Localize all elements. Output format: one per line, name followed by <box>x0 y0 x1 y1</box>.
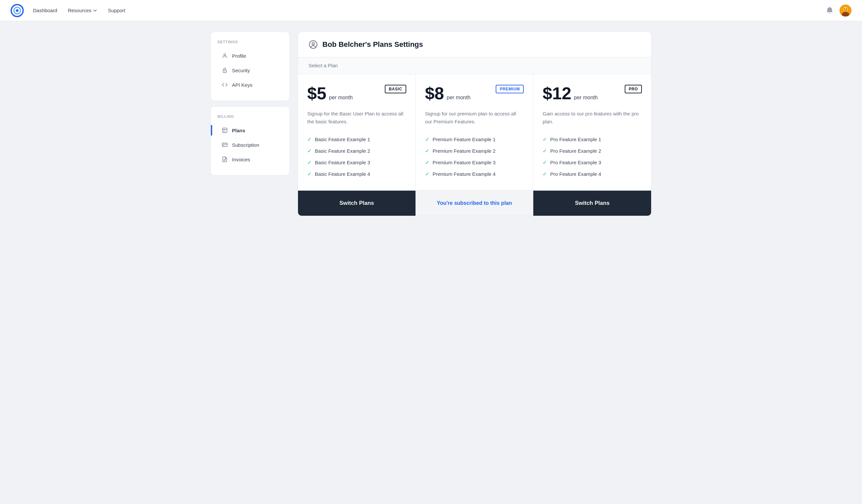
plan-action-premium[interactable]: You're subscribed to this plan <box>416 191 534 216</box>
plan-features-list: ✓ Basic Feature Example 1 ✓ Basic Featur… <box>307 134 406 180</box>
plan-description: Signup for the Basic User Plan to access… <box>307 110 406 126</box>
svg-rect-11 <box>222 128 227 133</box>
svg-point-10 <box>224 71 225 71</box>
plan-badge: BASIC <box>385 85 406 93</box>
navbar: Dashboard Resources Support <box>0 0 862 21</box>
check-icon: ✓ <box>425 148 429 154</box>
user-icon <box>221 52 228 59</box>
plan-feature-item: ✓ Premium Feature Example 1 <box>425 134 524 145</box>
check-icon: ✓ <box>307 148 312 154</box>
plan-period: per month <box>447 95 471 101</box>
app-logo[interactable] <box>11 4 24 17</box>
billing-section-title: BILLING <box>218 115 283 118</box>
plan-feature-item: ✓ Premium Feature Example 4 <box>425 168 524 180</box>
check-icon: ✓ <box>543 171 547 177</box>
plans-actions: Switch PlansYou're subscribed to this pl… <box>298 190 651 216</box>
navbar-links: Dashboard Resources Support <box>33 8 825 13</box>
sidebar-item-subscription[interactable]: Subscription <box>218 138 283 151</box>
user-avatar[interactable] <box>839 5 851 16</box>
plan-features-list: ✓ Pro Feature Example 1 ✓ Pro Feature Ex… <box>543 134 642 180</box>
plan-feature-item: ✓ Premium Feature Example 3 <box>425 157 524 168</box>
plan-feature-item: ✓ Pro Feature Example 1 <box>543 134 642 145</box>
plan-description: Gain access to our pro features with the… <box>543 110 642 126</box>
nav-dashboard[interactable]: Dashboard <box>33 8 57 13</box>
check-icon: ✓ <box>425 159 429 165</box>
notification-bell[interactable] <box>825 6 834 15</box>
plans-icon <box>221 127 228 134</box>
lock-icon <box>221 67 228 74</box>
plan-feature-item: ✓ Premium Feature Example 2 <box>425 145 524 157</box>
main-container: SETTINGS Profile <box>200 21 662 227</box>
plan-action-basic[interactable]: Switch Plans <box>298 191 416 216</box>
plan-feature-item: ✓ Basic Feature Example 3 <box>307 157 406 168</box>
card-icon <box>221 142 228 148</box>
plan-feature-item: ✓ Pro Feature Example 4 <box>543 168 642 180</box>
check-icon: ✓ <box>307 136 312 143</box>
section-header-text: Select a Plan <box>309 63 338 68</box>
chevron-down-icon <box>93 8 97 13</box>
plan-header: $8 per month PREMIUM <box>425 85 524 102</box>
svg-point-7 <box>846 8 847 9</box>
check-icon: ✓ <box>543 136 547 143</box>
plans-grid: $5 per month BASIC Signup for the Basic … <box>298 74 651 190</box>
plan-header: $5 per month BASIC <box>307 85 406 102</box>
plan-card-pro: $12 per month PRO Gain access to our pro… <box>533 74 651 190</box>
plan-action-pro[interactable]: Switch Plans <box>533 191 651 216</box>
content-header: Bob Belcher's Plans Settings <box>298 32 651 57</box>
settings-sidebar-card: SETTINGS Profile <box>211 32 290 101</box>
plan-description: Signup for our premium plan to access al… <box>425 110 524 126</box>
plan-feature-item: ✓ Basic Feature Example 2 <box>307 145 406 157</box>
sidebar-item-invoices[interactable]: Invoices <box>218 153 283 166</box>
navbar-right <box>825 5 851 16</box>
plan-header: $12 per month PRO <box>543 85 642 102</box>
svg-point-14 <box>309 41 317 48</box>
plan-badge: PRO <box>625 85 642 93</box>
svg-point-15 <box>312 42 314 45</box>
billing-sidebar-card: BILLING Plans Su <box>211 106 290 175</box>
sidebar-item-security[interactable]: Security <box>218 64 283 77</box>
main-content: Bob Belcher's Plans Settings Select a Pl… <box>298 32 651 216</box>
check-icon: ✓ <box>425 171 429 177</box>
sidebar-item-profile[interactable]: Profile <box>218 49 283 62</box>
check-icon: ✓ <box>307 159 312 165</box>
plan-feature-item: ✓ Pro Feature Example 2 <box>543 145 642 157</box>
plan-feature-item: ✓ Basic Feature Example 1 <box>307 134 406 145</box>
plan-badge: PREMIUM <box>496 85 524 93</box>
plan-period: per month <box>574 95 598 101</box>
svg-rect-12 <box>222 143 227 147</box>
nav-support[interactable]: Support <box>108 8 126 13</box>
svg-point-6 <box>844 8 845 9</box>
page-title: Bob Belcher's Plans Settings <box>323 40 423 49</box>
svg-point-2 <box>16 9 18 12</box>
plan-card-basic: $5 per month BASIC Signup for the Basic … <box>298 74 416 190</box>
user-circle-icon <box>309 40 318 49</box>
code-icon <box>221 81 228 88</box>
check-icon: ✓ <box>543 148 547 154</box>
sidebar-item-plans[interactable]: Plans <box>218 124 283 137</box>
sidebar: SETTINGS Profile <box>211 32 290 216</box>
settings-section-title: SETTINGS <box>218 40 283 44</box>
plan-price: $8 <box>425 85 444 102</box>
nav-resources[interactable]: Resources <box>68 8 97 13</box>
section-header: Select a Plan <box>298 57 651 74</box>
plan-card-premium: $8 per month PREMIUM Signup for our prem… <box>416 74 534 190</box>
check-icon: ✓ <box>543 159 547 165</box>
plan-feature-item: ✓ Basic Feature Example 4 <box>307 168 406 180</box>
check-icon: ✓ <box>425 136 429 143</box>
plan-feature-item: ✓ Pro Feature Example 3 <box>543 157 642 168</box>
plan-price: $5 <box>307 85 326 102</box>
check-icon: ✓ <box>307 171 312 177</box>
sidebar-item-api-keys[interactable]: API Keys <box>218 78 283 91</box>
svg-rect-13 <box>223 145 224 146</box>
plan-price: $12 <box>543 85 571 102</box>
invoice-icon <box>221 156 228 163</box>
svg-point-8 <box>224 54 226 56</box>
plan-period: per month <box>329 95 353 101</box>
plan-features-list: ✓ Premium Feature Example 1 ✓ Premium Fe… <box>425 134 524 180</box>
